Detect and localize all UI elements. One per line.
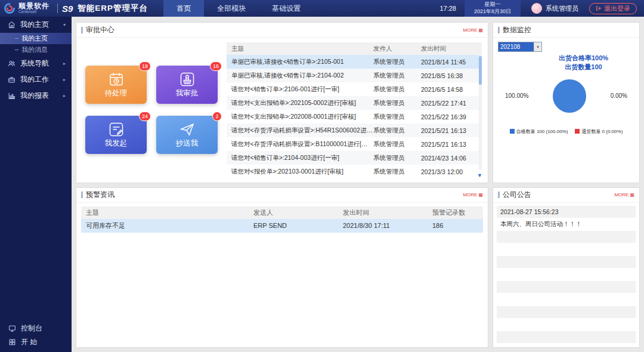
pending-tile[interactable]: 19 待处理 (85, 66, 147, 104)
table-row[interactable]: 请您对<存货浮动耗损率设置>:H54R1S006002进行[审核] 系统管理员 … (227, 123, 482, 137)
legend-label: 退货数量 0 (0.00%) (581, 128, 623, 135)
column-header-sender: 发件人 (373, 45, 421, 53)
announcement-empty-row (497, 268, 636, 280)
warning-more-link[interactable]: MORE ▦ (463, 192, 483, 197)
announcement-empty-row (497, 319, 636, 331)
scrollbar-thumb[interactable] (479, 56, 482, 85)
table-row[interactable]: 请您对<销售订单>:2106-001进行[一审] 系统管理员 2021/6/5 … (227, 82, 482, 96)
table-row[interactable]: 请您对<支出报销单>:202105-0002进行[审核] 系统管理员 2021/… (227, 96, 482, 110)
username[interactable]: 系统管理员 (546, 4, 578, 13)
table-row[interactable]: 请您对<销售订单>:2104-003进行[一审] 系统管理员 2021/4/23… (227, 151, 482, 165)
cell-subject: 请您对<支出报销单>:202008-0001进行[审核] (227, 113, 373, 121)
warning-info-panel: 预警资讯 MORE ▦ 主题 发送人 发出时间 预警记录数 可用库存不足 ERP… (76, 187, 488, 348)
user-avatar[interactable] (531, 3, 542, 14)
donut-chart-row: 100.00% 0.00% (498, 79, 634, 113)
nav-tab-all-modules[interactable]: 全部模块 (204, 0, 259, 17)
period-select[interactable]: 202108 ▾ (498, 42, 542, 52)
console-button[interactable]: 控制台 (0, 322, 72, 334)
cc-me-tile[interactable]: 2 抄送我 (156, 116, 218, 154)
donut-right-label: 0.00% (611, 92, 627, 99)
nav-tab-home[interactable]: 首页 (163, 0, 204, 17)
legend-item-qualified: 合格数量 100 (100.00%) (510, 128, 568, 135)
document-edit-icon (109, 122, 124, 137)
table-row[interactable]: 请您对<存货浮动耗损率设置>:B11000001进行[审核] 系统管理员 202… (227, 137, 482, 151)
table-scrollbar[interactable] (479, 55, 482, 169)
sidebar-item-my-work[interactable]: 我的工作 ▸ (0, 72, 72, 88)
announcement-empty-row (497, 256, 636, 268)
cell-subject: 请您对<销售订单>:2106-001进行[一审] (227, 85, 373, 94)
select-arrow-icon: ▾ (534, 42, 541, 51)
sidebar-sub-label: 我的主页 (21, 34, 48, 43)
cell-time: 2021/5/21 16:13 (421, 141, 476, 148)
logo-icon (4, 2, 16, 14)
cell-sender: 系统管理员 (373, 126, 421, 135)
panel-title: 数据监控 (503, 25, 531, 35)
table-row[interactable]: 单据已审核,请接收<销售订单>:2104-002 系统管理员 2021/8/5 … (227, 69, 482, 82)
legend-swatch (575, 129, 580, 134)
cell-subject: 请您对<支出报销单>:202105-0002进行[审核] (227, 99, 373, 107)
announcement-empty-row (497, 331, 636, 343)
sidebar-item-my-messages[interactable]: 我的消息 (0, 44, 72, 55)
cell-subject: 请您对<存货浮动耗损率设置>:H54R1S006002进行[审核] (227, 126, 373, 135)
clock: 17:28 (439, 5, 456, 12)
chevron-right-icon: ▸ (63, 93, 66, 98)
title-marker (498, 192, 500, 198)
tile-label: 抄送我 (176, 138, 199, 149)
table-row[interactable]: 请您对<支出报销单>:202008-0001进行[审核] 系统管理员 2021/… (227, 110, 482, 123)
sidebar-group-label: 我的主页 (20, 20, 49, 30)
chevron-right-icon: ▸ (63, 61, 66, 66)
panel-title: 预警资讯 (86, 190, 114, 200)
header-divider (57, 4, 58, 13)
approval-more-link[interactable]: MORE ▦ (463, 27, 483, 33)
panel-header: 数据监控 (493, 23, 639, 38)
column-header-time: 发出时间 (343, 208, 432, 217)
legend-item-returned: 退货数量 0 (0.00%) (575, 128, 623, 135)
sidebar-item-my-home-group[interactable]: 我的主页 ▾ (0, 17, 72, 33)
more-grid-icon: ▦ (478, 27, 483, 33)
panel-title: 公司公告 (503, 190, 531, 200)
data-monitor-panel: 数据监控 202108 ▾ 出货合格率100% 出货数量100 100.00% … (493, 22, 640, 183)
monitor-body: 202108 ▾ 出货合格率100% 出货数量100 100.00% 0.00%… (493, 38, 639, 183)
erp-app: 顺景软件 Centersoft S9 智能ERP管理平台 首页 全部模块 基础设… (0, 0, 644, 352)
start-button[interactable]: 开 始 (0, 336, 72, 348)
table-row[interactable]: 单据已审核,请接收<销售订单>:2105-001 系统管理员 2021/8/14… (227, 55, 482, 69)
my-approvals-badge: 16 (210, 61, 222, 71)
announcement-timestamp[interactable]: 2021-08-27 15:56:23 (497, 206, 636, 218)
announcement-panel: 公司公告 MORE ▦ 2021-08-27 15:56:23 本周六、周日公司… (493, 187, 640, 348)
panel-header: 公司公告 MORE ▦ (493, 188, 639, 203)
panel-header: 预警资讯 MORE ▦ (76, 188, 488, 203)
date-display: 星期一 2021年8月30日 (465, 0, 521, 17)
bullet-dash (15, 38, 18, 39)
initiated-tile[interactable]: 24 我发起 (85, 116, 147, 154)
app-title: 智能ERP管理平台 (78, 3, 148, 14)
logo[interactable]: 顺景软件 Centersoft (0, 0, 53, 17)
column-header-count: 预警记录数 (432, 208, 483, 217)
my-approvals-tile[interactable]: 16 我审批 (156, 66, 218, 104)
header-right: 17:28 星期一 2021年8月30日 系统管理员 退出登录 (439, 0, 644, 17)
cell-time: 2021/3/3 12:00 (421, 168, 476, 175)
approval-tiles: 19 待处理 16 (76, 38, 227, 183)
cell-sender: 系统管理员 (373, 168, 421, 176)
sidebar-item-my-home[interactable]: 我的主页 (0, 33, 72, 44)
table-row[interactable]: 请您对<报价单>:202103-0001进行[审核] 系统管理员 2021/3/… (227, 165, 482, 178)
cell-time: 2021/6/5 14:58 (421, 86, 476, 93)
sidebar-item-system-nav[interactable]: 系统导航 ▸ (0, 55, 72, 72)
approval-table: 主题 发件人 发出时间 单据已审核,请接收<销售订单>:2105-001 系统管… (227, 42, 482, 178)
donut-chart (553, 79, 586, 113)
legend-label: 合格数量 100 (100.00%) (516, 128, 568, 135)
cell-time: 2021/8/5 16:38 (421, 72, 476, 79)
table-row[interactable]: 可用库存不足 ERP SEND 2021/8/30 17:11 186 (81, 219, 483, 233)
sidebar-item-my-reports[interactable]: 我的报表 ▸ (0, 88, 72, 104)
announcement-empty-row (497, 231, 636, 243)
column-header-sender: 发送人 (253, 208, 343, 217)
cell-time: 2021/8/14 11:45 (421, 58, 476, 66)
tile-label: 我审批 (176, 88, 199, 98)
scroll-down-arrow[interactable]: ▼ (477, 173, 482, 178)
logout-button[interactable]: 退出登录 (589, 3, 637, 14)
nav-tab-basic-settings[interactable]: 基础设置 (259, 0, 314, 17)
announcement-more-link[interactable]: MORE ▦ (614, 192, 634, 197)
column-header-subject: 主题 (227, 45, 373, 53)
panel-header: 审批中心 MORE ▦ (76, 23, 488, 38)
announcement-content[interactable]: 本周六、周日公司活动！！！ (497, 218, 636, 230)
briefcase-icon (8, 76, 16, 84)
